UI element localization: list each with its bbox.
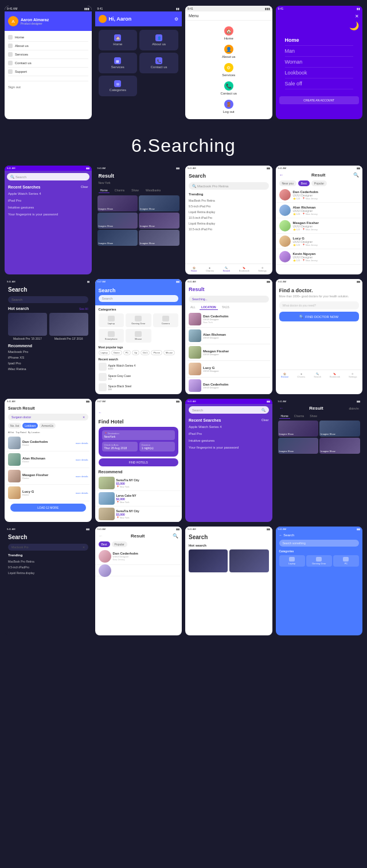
hotel-item[interactable]: SumaTra NY City $3,000 📍 New York (95, 476, 182, 491)
cat-pc[interactable]: PC (333, 555, 359, 567)
see-all-link[interactable]: See All (79, 307, 88, 311)
nav-item-home[interactable]: Home (8, 33, 88, 42)
hot-item[interactable]: Macbook Pro '15 2017 (8, 313, 47, 340)
tab-show[interactable]: Show (308, 414, 319, 419)
recent-item[interactable]: Apple Watch Series 4 (185, 423, 272, 430)
hot-item[interactable] (189, 549, 228, 572)
destination-field[interactable]: 📍 Destination NewYork (102, 430, 175, 440)
filter-all[interactable]: All list (8, 431, 14, 434)
hot-item[interactable] (229, 549, 268, 572)
cat-gaming[interactable]: Gaming Gear (306, 555, 332, 567)
nav-home[interactable]: 🏠 Home (189, 24, 269, 42)
search-input[interactable]: 🔍 Macbook Pro Retina (189, 182, 269, 190)
search-bar[interactable]: 🔍 Search (7, 173, 89, 180)
rec-item[interactable]: Macbook Pro (5, 349, 92, 355)
search-input[interactable]: Search 🔍 (189, 406, 269, 414)
more-details[interactable]: more details (76, 442, 88, 445)
tab-show[interactable]: Show (130, 188, 140, 193)
clear-button[interactable]: Clear (81, 185, 88, 189)
more-details[interactable]: more details (76, 492, 88, 494)
cat-gaming[interactable]: Gaming Gear (126, 313, 151, 327)
nav-bookmark[interactable]: 🔖Bookmark (330, 372, 340, 378)
trending-item[interactable]: 9.5-inch iPadPro (5, 564, 92, 570)
nav-man[interactable]: Man (285, 46, 354, 57)
person-item[interactable]: Alan Richman Doctor more details (7, 451, 89, 468)
person-item[interactable]: Dan Cederholm UX/UI Designer ⭐ 123 · 📍 N… (276, 187, 363, 203)
filter-best[interactable]: Best (99, 541, 110, 547)
filter-tags[interactable]: TAGS (220, 305, 231, 310)
clear-icon[interactable]: ✕ (83, 415, 85, 419)
menu-services[interactable]: ▦ Services (99, 53, 138, 73)
nav-home[interactable]: Home (285, 35, 354, 46)
trending-item[interactable]: 10.5-inch iPad Pro (185, 226, 272, 232)
menu-contact[interactable]: 📞 Contact us (139, 53, 178, 73)
filter-near-you[interactable]: Near you (279, 180, 296, 186)
back-button[interactable]: ← (279, 406, 284, 411)
nav-bookmark[interactable]: 🔖Bookmark (239, 266, 249, 272)
nav-lookbook[interactable]: Lookbook (285, 68, 354, 78)
load-more-button[interactable]: LOAD 12 MORE (10, 504, 86, 512)
hot-item[interactable]: Macbook Pro 13' 2016 (49, 313, 88, 340)
cat-mouse[interactable]: Mouse (126, 329, 151, 343)
more-details[interactable]: more details (76, 475, 88, 478)
tag[interactable]: PC (123, 350, 131, 355)
cat-laptop[interactable]: Laptop (279, 555, 305, 567)
person-item[interactable]: Lucy G UX/UI Designer (188, 361, 270, 378)
sign-out-link[interactable]: Sign out (5, 84, 92, 91)
hotel-item[interactable]: SumaTra NY City $3,000 📍 New York (95, 506, 182, 522)
tag[interactable]: Da'1 (140, 350, 150, 355)
nav-contact[interactable]: 📞 Contact us (189, 79, 269, 97)
rec-item[interactable]: iMac Retina (5, 366, 92, 372)
more-details[interactable]: more details (76, 458, 88, 461)
tab-home[interactable]: Home (279, 414, 290, 419)
person-item[interactable] (95, 565, 182, 576)
nav-settings[interactable]: ⚙Settings (349, 372, 357, 378)
person-item[interactable]: Dan Cederholm UX/UI Designer New York (188, 311, 270, 328)
search-input[interactable]: Search something (279, 540, 360, 547)
menu-home[interactable]: 🏠 Home (99, 30, 138, 50)
person-item[interactable]: Lucy G UX/UI Designer ⭐ 123 · 📍 New Jers… (276, 234, 363, 249)
recent-item[interactable]: Apple Watch Series 4 $399 (95, 362, 182, 372)
find-doctor-button[interactable]: 🔍 FIND DOCTOR NOW (279, 312, 360, 321)
doctor-search-input[interactable]: What doctor do you need? (279, 301, 360, 309)
rec-item[interactable]: Ipad Pro (5, 360, 92, 366)
trending-item[interactable]: Liquid Retina display (185, 221, 272, 226)
hotel-item[interactable]: Larva Cake NY $2,000 📍 New York (95, 491, 182, 506)
search-input[interactable]: Search (99, 295, 179, 302)
filter-popular[interactable]: Popular (311, 180, 327, 186)
nav-settings[interactable]: ⚙Settings (258, 266, 266, 272)
menu-categories[interactable]: ⊞ Categories (99, 76, 138, 96)
person-item[interactable]: Meagan Fissher UX/UI Designer ⭐ 123 · 📍 … (276, 218, 363, 234)
back-button[interactable]: ← (279, 172, 284, 178)
nav-about[interactable]: 👤 About us (189, 42, 269, 61)
create-account-link[interactable]: CREATE AN ACCOUNT (279, 96, 360, 104)
settings-icon[interactable]: ⚙ (174, 17, 178, 22)
find-hotels-button[interactable]: FIND HOTELS (99, 458, 179, 466)
person-item[interactable]: Dan Cederholm UX/UI Designer New Jersey (95, 548, 182, 565)
person-item[interactable]: Meagan Fissher Doctor more details (7, 468, 89, 485)
nav-browse[interactable]: 🏠Browse (281, 372, 288, 378)
trending-item[interactable]: MacBook Pro Retina (5, 559, 92, 564)
tag[interactable]: Mouse (163, 350, 175, 355)
back-button[interactable]: ← (99, 411, 102, 414)
nav-search[interactable]: 🔍Search (314, 372, 321, 378)
tag[interactable]: Laptop (99, 350, 110, 355)
person-item[interactable]: Alan Richman UX/UI Designer (188, 328, 270, 344)
nav-item-services[interactable]: Services (8, 50, 88, 59)
back-button[interactable]: ← (99, 533, 103, 539)
nav-services[interactable]: ⚙ Services (189, 61, 269, 79)
person-item[interactable]: Dan Cederholm Doctor more details (7, 435, 89, 451)
nav-home[interactable]: 🏠Home (191, 266, 197, 272)
back-button[interactable]: ← Search (279, 533, 295, 537)
search-icon[interactable]: 🔍 (173, 533, 178, 539)
filter-best[interactable]: Best (298, 180, 310, 186)
tab-armonus[interactable]: ArmonUs (39, 423, 56, 429)
person-item[interactable]: Kevin Nguyen UX/UI Designer ⭐ 123 · 📍 Ne… (276, 249, 363, 265)
nav-charms[interactable]: ◆Charms (206, 266, 214, 272)
filter-all[interactable]: ALL (189, 305, 197, 310)
filter-location[interactable]: By Location (28, 431, 40, 434)
search-input[interactable]: Search (8, 296, 88, 303)
clear-button[interactable]: Clear (261, 418, 269, 422)
clear-icon[interactable]: ✕ (83, 545, 85, 549)
person-item[interactable]: Dan Cederholm UX/UI Designer (188, 378, 270, 394)
